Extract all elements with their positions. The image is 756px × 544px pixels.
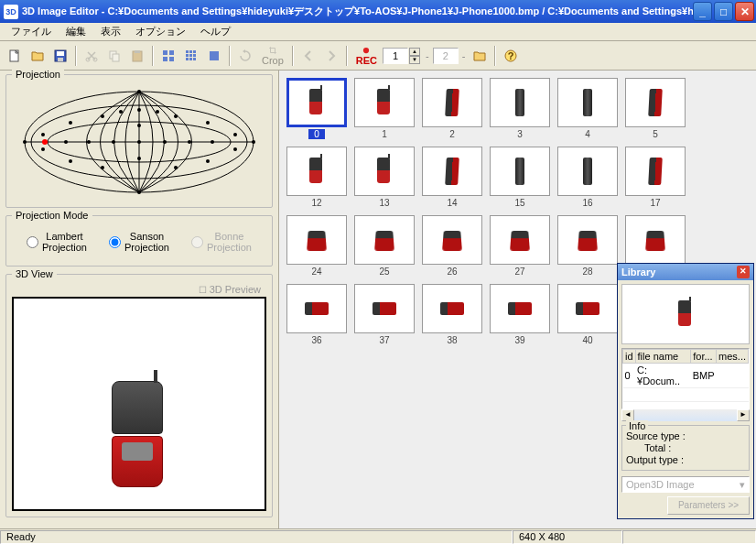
thumbnail-24[interactable]: 24 (286, 215, 347, 277)
toolbar-grid1[interactable] (157, 45, 179, 67)
page-current[interactable]: 1 (383, 48, 408, 64)
thumb-label: 25 (379, 267, 389, 277)
toolbar-new[interactable] (4, 45, 26, 67)
svg-rect-13 (169, 57, 174, 61)
thumbnail-37[interactable]: 37 (354, 284, 415, 345)
minimize-button[interactable]: _ (693, 2, 712, 21)
app-icon: 3D (4, 5, 18, 19)
statusbar: Ready 640 X 480 (0, 528, 756, 544)
toolbar-next[interactable] (320, 45, 342, 67)
menubar: ファイル 編集 表示 オプション ヘルプ (0, 23, 756, 41)
thumbnail-39[interactable]: 39 (490, 284, 550, 345)
svg-point-47 (137, 108, 141, 112)
thumb-label: 15 (514, 198, 524, 208)
thumbnail-27[interactable]: 27 (490, 215, 550, 277)
thumbnail-14[interactable]: 14 (422, 147, 482, 208)
menu-option[interactable]: オプション (128, 23, 193, 40)
thumb-image (354, 215, 415, 265)
svg-rect-14 (186, 50, 189, 53)
svg-point-41 (112, 140, 115, 144)
thumbnail-26[interactable]: 26 (422, 215, 482, 277)
toolbar-crop[interactable]: Crop (257, 45, 288, 67)
menu-help[interactable]: ヘルプ (193, 23, 238, 40)
toolbar-rec[interactable]: REC (351, 45, 382, 67)
radio-lambert[interactable]: Lambert Projection (27, 231, 87, 253)
library-close-icon[interactable]: ✕ (737, 266, 750, 278)
titlebar: 3D 3D Image Editor - C:¥Documents and Se… (0, 0, 756, 23)
maximize-button[interactable]: □ (714, 2, 733, 21)
svg-point-53 (206, 159, 210, 163)
svg-point-35 (252, 140, 255, 144)
menu-edit[interactable]: 編集 (59, 23, 93, 40)
thumb-label: 5 (653, 129, 658, 139)
toolbar-grid2[interactable] (180, 45, 202, 67)
svg-point-54 (41, 133, 45, 136)
thumbnail-1[interactable]: 1 (354, 78, 415, 139)
library-titlebar[interactable]: Library ✕ (618, 264, 753, 280)
toolbar-save[interactable] (49, 45, 71, 67)
status-dimensions: 640 X 480 (513, 530, 622, 544)
menu-file[interactable]: ファイル (4, 23, 59, 40)
library-info: Info Source type : Total : Output type : (621, 425, 750, 471)
thumb-image (286, 284, 347, 333)
thumbnail-16[interactable]: 16 (557, 147, 618, 208)
thumbnail-12[interactable]: 12 (286, 147, 347, 208)
svg-point-34 (23, 140, 27, 144)
view3d-title: 3D View (12, 268, 57, 279)
thumbnail-2[interactable]: 2 (422, 78, 482, 139)
thumbnail-25[interactable]: 25 (354, 215, 415, 277)
thumb-label: 40 (582, 335, 592, 345)
page-spinner[interactable]: ▲▼ (409, 48, 420, 64)
projection-canvas[interactable] (12, 82, 266, 201)
thumbnail-5[interactable]: 5 (625, 78, 686, 139)
preview-3d[interactable] (12, 297, 266, 511)
svg-rect-21 (189, 58, 192, 60)
thumbnail-17[interactable]: 17 (625, 147, 686, 208)
phone-preview-icon (112, 381, 167, 491)
toolbar-folder[interactable] (469, 45, 491, 67)
svg-point-59 (137, 157, 141, 160)
close-button[interactable]: ✕ (735, 2, 754, 21)
toolbar-copy[interactable] (103, 45, 125, 67)
thumb-image (286, 78, 347, 127)
thumb-label: 3 (517, 129, 523, 139)
thumb-label: 27 (514, 267, 524, 277)
thumb-image (557, 78, 618, 127)
library-hscroll[interactable]: ◄► (621, 409, 750, 422)
preview-checkbox[interactable]: ☐ 3D Preview (12, 282, 266, 297)
thumbnail-40[interactable]: 40 (557, 284, 618, 345)
page-sep2: - (459, 50, 469, 61)
toolbar-open[interactable] (27, 45, 49, 67)
radio-sanson[interactable]: Sanson Projection (109, 231, 169, 253)
library-output-select[interactable]: Open3D Image▾ (621, 476, 750, 493)
thumbnail-13[interactable]: 13 (354, 147, 415, 208)
thumbnail-38[interactable]: 38 (422, 284, 482, 345)
svg-point-60 (42, 139, 48, 145)
library-row[interactable]: 0 C:¥Docum.. BMP (623, 364, 749, 388)
thumb-image (625, 78, 686, 127)
library-table[interactable]: id file name for... mes... 0 C:¥Docum.. … (621, 348, 750, 409)
thumbnail-3[interactable]: 3 (490, 78, 550, 139)
svg-point-40 (188, 140, 191, 144)
thumb-label: 17 (650, 198, 660, 208)
thumbnail-28[interactable]: 28 (557, 215, 618, 277)
toolbar-paste[interactable] (126, 45, 148, 67)
thumbnail-36[interactable]: 36 (286, 284, 347, 345)
toolbar-single[interactable] (203, 45, 225, 67)
svg-rect-20 (186, 58, 189, 60)
menu-view[interactable]: 表示 (93, 23, 128, 40)
thumb-image (286, 147, 347, 196)
thumbnail-15[interactable]: 15 (490, 147, 550, 208)
library-parameters-button[interactable]: Parameters >> (667, 496, 750, 515)
toolbar-prev[interactable] (297, 45, 319, 67)
thumbnail-4[interactable]: 4 (557, 78, 618, 139)
svg-point-58 (137, 124, 141, 127)
svg-point-56 (41, 147, 45, 151)
svg-rect-10 (163, 50, 167, 55)
thumbnail-0[interactable]: 0 (286, 78, 347, 139)
toolbar-cut[interactable] (81, 45, 103, 67)
toolbar-rotate[interactable] (234, 45, 256, 67)
toolbar-help[interactable]: ? (500, 45, 522, 67)
thumb-image (286, 215, 347, 265)
svg-rect-17 (186, 54, 189, 57)
